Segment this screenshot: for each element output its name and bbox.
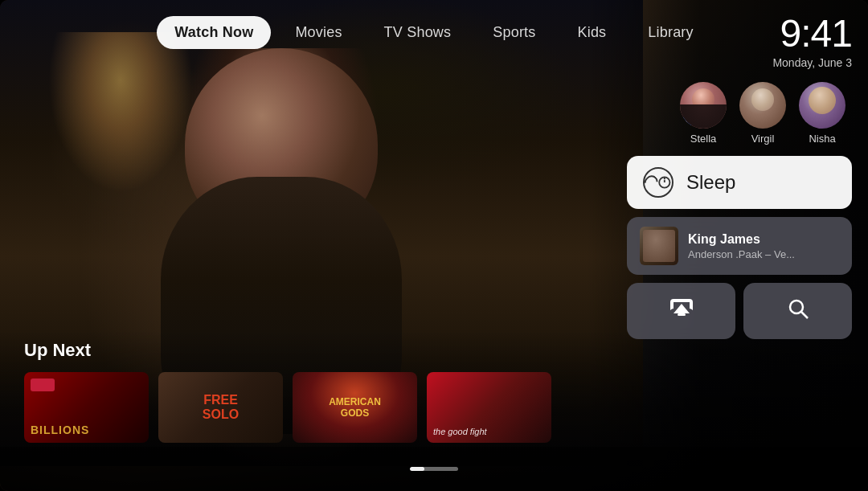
svg-point-4 <box>790 301 803 313</box>
user-item-nisha[interactable]: Nisha <box>799 82 845 145</box>
search-icon <box>786 297 810 326</box>
nav-item-sports[interactable]: Sports <box>475 16 553 49</box>
search-button[interactable] <box>743 283 852 339</box>
clock-time: 9:41 <box>627 14 852 53</box>
airplay-icon <box>669 296 694 327</box>
now-playing-info: King James Anderson .Paak – Ve... <box>688 232 839 260</box>
user-avatar-virgil <box>739 82 786 129</box>
right-panel: 9:41 Monday, June 3 ✓ Stella Virgil Nish… <box>627 8 852 339</box>
thumbnail-good-fight[interactable] <box>427 372 551 443</box>
nav-item-kids[interactable]: Kids <box>559 16 624 49</box>
album-art <box>640 227 678 265</box>
sleep-button[interactable]: Sleep <box>627 156 852 209</box>
now-playing-card[interactable]: King James Anderson .Paak – Ve... <box>627 217 852 275</box>
up-next-label: Up Next <box>24 340 551 361</box>
svg-rect-3 <box>678 313 686 316</box>
now-playing-artist: Anderson .Paak – Ve... <box>688 248 839 260</box>
sleep-label: Sleep <box>686 171 735 194</box>
users-row: ✓ Stella Virgil Nisha <box>627 82 845 145</box>
check-badge-stella: ✓ <box>682 114 694 127</box>
main-screen: Watch Now Movies TV Shows Sports Kids Li… <box>0 0 868 491</box>
nav-item-tv-shows[interactable]: TV Shows <box>366 16 469 49</box>
svg-line-5 <box>801 312 808 318</box>
clock-date: Monday, June 3 <box>627 56 852 69</box>
sleep-icon <box>643 167 674 198</box>
user-avatar-stella: ✓ <box>680 82 727 129</box>
action-buttons <box>627 283 852 339</box>
user-name-stella: Stella <box>690 133 717 145</box>
airplay-button[interactable] <box>627 283 735 339</box>
thumbnails-row <box>24 372 551 443</box>
user-avatar-nisha <box>799 82 845 129</box>
nav-item-watch-now[interactable]: Watch Now <box>157 16 271 49</box>
user-item-stella[interactable]: ✓ Stella <box>680 82 727 145</box>
user-name-nisha: Nisha <box>809 133 835 145</box>
clock-area: 9:41 Monday, June 3 <box>627 8 852 69</box>
bottom-bar <box>0 447 868 491</box>
thumbnail-american-gods[interactable] <box>293 372 417 443</box>
nav-item-movies[interactable]: Movies <box>277 16 359 49</box>
now-playing-title: King James <box>688 232 839 247</box>
user-name-virgil: Virgil <box>751 133 775 145</box>
thumbnail-billions[interactable] <box>24 372 149 443</box>
up-next-section: Up Next <box>24 340 551 443</box>
user-item-virgil[interactable]: Virgil <box>739 82 786 145</box>
thumbnail-free-solo[interactable] <box>158 372 283 443</box>
progress-indicator <box>410 467 458 471</box>
